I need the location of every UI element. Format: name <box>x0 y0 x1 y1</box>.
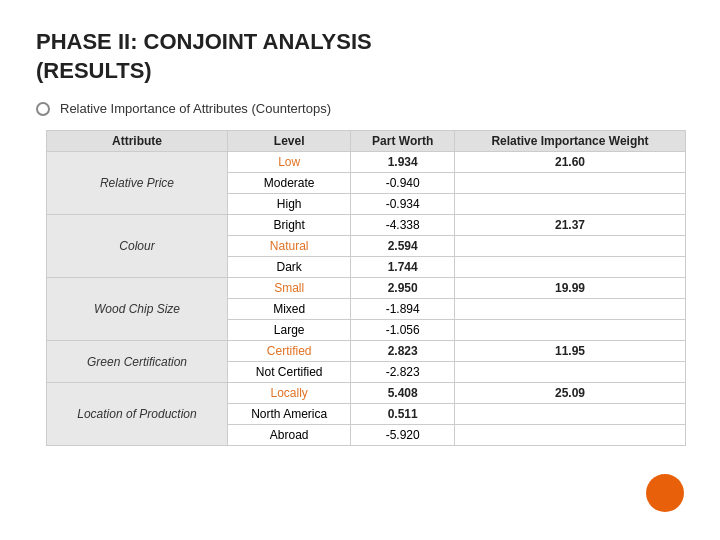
part-worth-cell: -1.056 <box>351 320 455 341</box>
subtitle-text: Relative Importance of Attributes (Count… <box>60 101 331 116</box>
table-row: Green CertificationCertified2.82311.95 <box>47 341 686 362</box>
weight-cell: 21.37 <box>454 215 685 236</box>
subtitle-row: Relative Importance of Attributes (Count… <box>36 101 684 116</box>
page-title: PHASE II: CONJOINT ANALYSIS (RESULTS) <box>36 28 684 85</box>
weight-cell: 21.60 <box>454 152 685 173</box>
weight-cell: 25.09 <box>454 383 685 404</box>
level-cell: Not Certified <box>227 362 350 383</box>
part-worth-cell: -0.940 <box>351 173 455 194</box>
weight-cell: 11.95 <box>454 341 685 362</box>
col-attribute: Attribute <box>47 131 228 152</box>
part-worth-cell: 1.744 <box>351 257 455 278</box>
part-worth-cell: 2.594 <box>351 236 455 257</box>
level-cell: High <box>227 194 350 215</box>
part-worth-cell: -5.920 <box>351 425 455 446</box>
level-cell: Locally <box>227 383 350 404</box>
part-worth-cell: -0.934 <box>351 194 455 215</box>
table-row: ColourBright-4.33821.37 <box>47 215 686 236</box>
level-cell: Natural <box>227 236 350 257</box>
col-weight: Relative Importance Weight <box>454 131 685 152</box>
level-cell: Low <box>227 152 350 173</box>
orange-circle-decoration <box>646 474 684 512</box>
table-row: Relative PriceLow1.93421.60 <box>47 152 686 173</box>
part-worth-cell: 2.823 <box>351 341 455 362</box>
weight-cell <box>454 362 685 383</box>
page: PHASE II: CONJOINT ANALYSIS (RESULTS) Re… <box>0 0 720 540</box>
weight-cell <box>454 194 685 215</box>
table-row: Location of ProductionLocally5.40825.09 <box>47 383 686 404</box>
attr-cell: Colour <box>47 215 228 278</box>
col-part-worth: Part Worth <box>351 131 455 152</box>
weight-cell: 19.99 <box>454 278 685 299</box>
weight-cell <box>454 299 685 320</box>
level-cell: Bright <box>227 215 350 236</box>
conjoint-table: Attribute Level Part Worth Relative Impo… <box>46 130 686 446</box>
weight-cell <box>454 404 685 425</box>
part-worth-cell: -2.823 <box>351 362 455 383</box>
level-cell: Dark <box>227 257 350 278</box>
attr-cell: Wood Chip Size <box>47 278 228 341</box>
attr-cell: Location of Production <box>47 383 228 446</box>
level-cell: Small <box>227 278 350 299</box>
level-cell: Certified <box>227 341 350 362</box>
level-cell: Abroad <box>227 425 350 446</box>
level-cell: Mixed <box>227 299 350 320</box>
level-cell: North America <box>227 404 350 425</box>
part-worth-cell: 0.511 <box>351 404 455 425</box>
weight-cell <box>454 173 685 194</box>
part-worth-cell: 5.408 <box>351 383 455 404</box>
attr-cell: Green Certification <box>47 341 228 383</box>
part-worth-cell: -1.894 <box>351 299 455 320</box>
part-worth-cell: -4.338 <box>351 215 455 236</box>
level-cell: Moderate <box>227 173 350 194</box>
part-worth-cell: 2.950 <box>351 278 455 299</box>
bullet-icon <box>36 102 50 116</box>
level-cell: Large <box>227 320 350 341</box>
col-level: Level <box>227 131 350 152</box>
table-container: Attribute Level Part Worth Relative Impo… <box>46 130 684 446</box>
weight-cell <box>454 425 685 446</box>
table-row: Wood Chip SizeSmall2.95019.99 <box>47 278 686 299</box>
attr-cell: Relative Price <box>47 152 228 215</box>
weight-cell <box>454 236 685 257</box>
weight-cell <box>454 320 685 341</box>
part-worth-cell: 1.934 <box>351 152 455 173</box>
table-header-row: Attribute Level Part Worth Relative Impo… <box>47 131 686 152</box>
weight-cell <box>454 257 685 278</box>
